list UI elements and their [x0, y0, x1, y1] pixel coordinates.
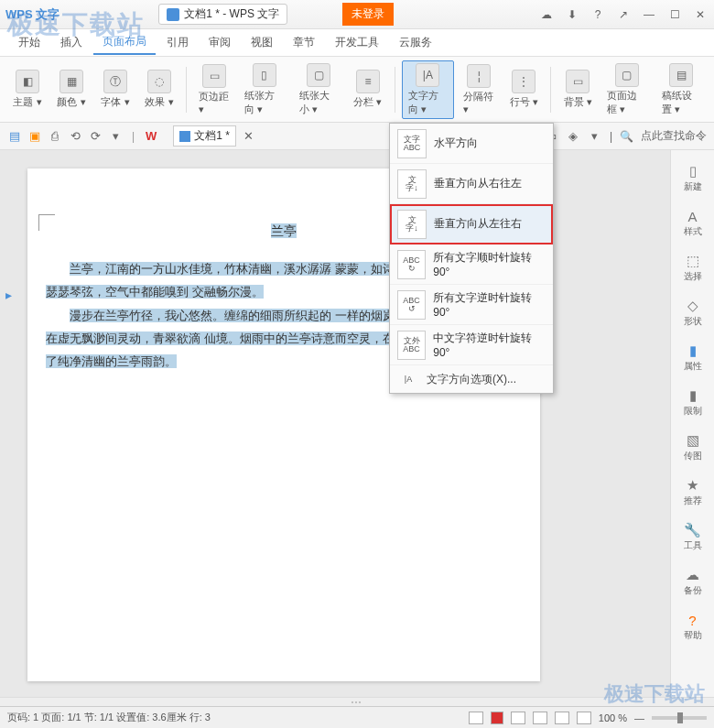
text-direction-option[interactable]: 文字↓垂直方向从右往左	[390, 164, 553, 204]
login-button[interactable]: 未登录	[342, 3, 394, 26]
view-mode-icon[interactable]	[577, 712, 591, 724]
search-commands[interactable]: 点此查找命令	[641, 128, 707, 144]
view-mode-icon[interactable]	[469, 712, 483, 724]
title-bar: WPS 文字 文档1 * - WPS 文字 未登录 ☁ ⬇ ? ↗ — ☐ ✕	[0, 0, 714, 29]
side-传图[interactable]: ▧传图	[671, 429, 714, 466]
ribbon-页面边框[interactable]: ▢页面边框 ▾	[601, 61, 652, 118]
view-mode-icon[interactable]	[491, 712, 503, 724]
window-doc-title: 文档1 * - WPS 文字	[184, 6, 279, 22]
ribbon-稿纸设置[interactable]: ▤稿纸设置 ▾	[656, 61, 707, 118]
ribbon-效果[interactable]: ◌效果 ▾	[139, 68, 179, 111]
undo-icon[interactable]: ⟲	[68, 129, 82, 144]
help-icon[interactable]: ?	[590, 8, 606, 21]
side-属性[interactable]: ▮属性	[671, 339, 714, 376]
wps-tab-icon[interactable]: W	[144, 129, 158, 144]
close-tab-icon[interactable]: ✕	[242, 129, 256, 144]
view-mode-icon[interactable]	[555, 712, 569, 724]
maximize-button[interactable]: ☐	[666, 8, 683, 21]
side-形状[interactable]: ◇形状	[671, 294, 714, 331]
status-bar: 页码: 1 页面: 1/1 节: 1/1 设置值: 3.6厘米 行: 3 100…	[0, 706, 714, 728]
text-direction-option[interactable]: 文字ABC水平方向	[390, 124, 553, 164]
print-icon[interactable]: ⎙	[48, 129, 62, 144]
option-label: 水平方向	[434, 136, 478, 151]
redo-icon[interactable]: ⟳	[88, 129, 103, 144]
ribbon-页边距[interactable]: ▭页边距 ▾	[193, 62, 235, 117]
ribbon-字体[interactable]: Ⓣ字体 ▾	[95, 68, 135, 111]
text-direction-option[interactable]: 文外ABC中文字符逆时针旋转90°	[390, 325, 553, 365]
open-icon[interactable]: ▤	[7, 129, 22, 144]
side-label: 限制	[684, 405, 702, 418]
document-tab[interactable]: 文档1 *	[173, 125, 236, 147]
save-icon[interactable]: ▣	[27, 129, 42, 144]
app-logo: WPS 文字	[5, 6, 60, 23]
menu-item[interactable]: 章节	[284, 31, 324, 54]
side-label: 帮助	[684, 629, 702, 642]
document-area[interactable]: ▸ 兰亭 兰亭，江南的一方山水佳境，竹林清幽，溪水潺潺 蒙蒙，如诗如画。风拂过竹…	[0, 150, 670, 697]
text-direction-more[interactable]: |A文字方向选项(X)...	[390, 365, 553, 393]
download-icon[interactable]: ⬇	[564, 8, 580, 21]
zoom-value[interactable]: 100 %	[599, 712, 627, 723]
ribbon: ◧主题 ▾▦颜色 ▾Ⓣ字体 ▾◌效果 ▾▭页边距 ▾▯纸张方向 ▾▢纸张大小 ▾…	[0, 57, 714, 123]
ribbon-行号[interactable]: ⋮行号 ▾	[503, 68, 544, 111]
side-icon: ★	[684, 477, 702, 494]
ribbon-icon: ▢	[615, 63, 639, 87]
ribbon-分栏[interactable]: ≡分栏 ▾	[348, 68, 388, 111]
menu-item[interactable]: 云服务	[390, 31, 441, 54]
cloud-icon[interactable]: ☁	[538, 8, 555, 21]
ribbon-分隔符[interactable]: ¦分隔符 ▾	[458, 62, 500, 117]
menu-item[interactable]: 插入	[51, 31, 92, 54]
menu-item[interactable]: 开发工具	[326, 31, 388, 54]
ribbon-icon: ▦	[60, 70, 83, 93]
ribbon-颜色[interactable]: ▦颜色 ▾	[51, 68, 92, 111]
ribbon-背景[interactable]: ▭背景 ▾	[557, 68, 598, 111]
menu-item[interactable]: 开始	[9, 31, 49, 54]
window-doc-tab[interactable]: 文档1 * - WPS 文字	[158, 4, 287, 25]
more-label: 文字方向选项(X)...	[427, 372, 516, 387]
side-icon: 🔧	[684, 522, 702, 538]
popout-icon[interactable]: ↗	[615, 8, 632, 21]
ribbon-icon: ⋮	[512, 70, 536, 93]
view-mode-icon[interactable]	[533, 712, 547, 724]
side-样式[interactable]: A样式	[671, 204, 714, 242]
text-direction-dropdown: 文字ABC水平方向文字↓垂直方向从右往左文字↓垂直方向从左往右ABC↻所有文字顺…	[389, 123, 554, 394]
dropdown-icon[interactable]: ▾	[588, 129, 602, 144]
side-label: 选择	[684, 270, 702, 283]
side-帮助[interactable]: ?帮助	[671, 608, 714, 646]
ribbon-label: 纸张大小 ▾	[299, 89, 339, 116]
menu-item[interactable]: 引用	[157, 31, 198, 54]
ribbon-文字方向[interactable]: |A文字方向 ▾	[402, 60, 454, 119]
more-icon[interactable]: ▾	[108, 129, 123, 144]
side-icon: ◇	[684, 298, 702, 314]
ribbon-icon: ¦	[467, 64, 491, 88]
minimize-button[interactable]: —	[641, 8, 657, 21]
menu-item[interactable]: 页面布局	[93, 30, 156, 55]
ribbon-icon: ◧	[16, 70, 39, 93]
ribbon-纸张大小[interactable]: ▢纸张大小 ▾	[294, 61, 344, 118]
ribbon-icon: ▤	[669, 63, 693, 87]
resize-handle[interactable]	[0, 697, 714, 706]
text-direction-option[interactable]: 文字↓垂直方向从左往右	[390, 204, 553, 244]
menu-item[interactable]: 审阅	[200, 31, 240, 54]
view-mode-icon[interactable]	[511, 712, 525, 724]
ribbon-主题[interactable]: ◧主题 ▾	[7, 68, 48, 111]
side-label: 推荐	[684, 494, 702, 507]
close-button[interactable]: ✕	[692, 8, 709, 21]
side-推荐[interactable]: ★推荐	[671, 473, 714, 511]
window-controls: ☁ ⬇ ? ↗ — ☐ ✕	[538, 8, 709, 21]
zoom-out-icon[interactable]: —	[634, 712, 644, 723]
ribbon-纸张方向[interactable]: ▯纸张方向 ▾	[239, 61, 289, 118]
side-选择[interactable]: ⬚选择	[671, 249, 714, 287]
text-direction-option[interactable]: ABC↺所有文字逆时针旋转90°	[390, 285, 553, 325]
side-限制[interactable]: ▮限制	[671, 384, 714, 421]
side-label: 形状	[684, 315, 702, 328]
menu-item[interactable]: 视图	[242, 31, 282, 54]
ribbon-label: 颜色 ▾	[57, 95, 85, 109]
zoom-slider[interactable]	[652, 716, 707, 720]
side-备份[interactable]: ☁备份	[671, 563, 714, 601]
side-新建[interactable]: ▯新建	[671, 159, 714, 197]
side-label: 工具	[684, 539, 702, 552]
ribbon-label: 背景 ▾	[564, 95, 592, 109]
side-工具[interactable]: 🔧工具	[671, 518, 714, 556]
text-direction-option[interactable]: ABC↻所有文字顺时针旋转90°	[390, 244, 553, 285]
nav-icon[interactable]: ◈	[566, 129, 580, 144]
